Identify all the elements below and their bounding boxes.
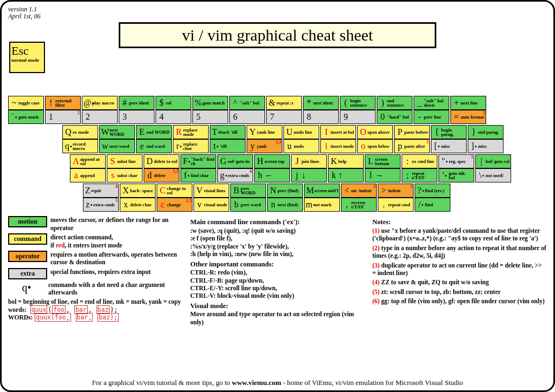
key-`: ~toggle case`goto mark (8, 96, 44, 124)
key-=: +next line=auto format3 (450, 96, 486, 124)
key-q: Qex modeqrecord macro (62, 125, 98, 153)
keyboard-grid: ~toggle case`goto mark!external filter12… (8, 96, 547, 212)
legend-operator: operator (8, 251, 47, 262)
maincmds-h3: Visual mode: (190, 302, 365, 311)
esc-key: Esc normal mode (9, 42, 45, 73)
notes-column: Notes: (1) use "x before a yank/paste/de… (372, 216, 547, 326)
key-0: )end sentence0"hard" bol (377, 96, 412, 124)
maincmds-l1: :w (save), :q (quit), :q! (quit w/o savi… (190, 227, 365, 258)
key-g: Geof/ goto lngextra cmds6 (217, 154, 253, 182)
key-j: Jjoin linesj↓ (291, 154, 327, 182)
commands-column: Main command line commands ('ex'): :w (s… (190, 216, 365, 326)
key-e: Eend WORDeend word (136, 125, 172, 153)
notes-header: Notes: (372, 218, 547, 227)
key-c: Cchange to eolcchange1,3 (157, 184, 192, 212)
bottom-info: motionmoves the cursor, or defines the r… (8, 216, 547, 326)
key-,: <un- indent3,reverse t/T/f/F (341, 184, 377, 212)
key-1: !external filter12 (45, 96, 81, 124)
key-;: :ex cmd line;repeat t/T/f/F (402, 154, 437, 182)
footer-url: www.viemu.com (232, 378, 281, 387)
key-w: Wnext WORDwnext word (99, 125, 135, 153)
key-m: Mscreen mid'lmset mark (304, 184, 340, 212)
legend-extra: extra (8, 268, 47, 279)
key-p: Ppaste beforeppaste after1 (394, 125, 430, 153)
page-title: vi / vim graphical cheat sheet (119, 22, 436, 48)
key-d: Ddelete to eolddelete1,3 (144, 154, 179, 182)
key-o: Oopen aboveoopen below (357, 125, 393, 153)
key-k: Khelpk↑ (328, 154, 364, 182)
date-line: April 1st, 06 (8, 13, 547, 20)
esc-glyph: Esc (11, 44, 43, 58)
legend-column: motionmoves the cursor, or defines the r… (8, 216, 183, 326)
legend-motion: motion (8, 216, 47, 227)
key-2: @play macro2 (82, 96, 118, 124)
version-info: version 1.1 April 1st, 06 (8, 6, 547, 20)
key-': "reg. spec1'goto mk. bol (438, 154, 474, 182)
key-5: %goto match5 (192, 96, 228, 124)
key-x: Xback- spacexdelete char (120, 184, 156, 212)
key-i: Iinsert at boliinsert mode (320, 125, 356, 153)
key-t: Tback 'tillt'till (210, 125, 246, 153)
key-6: ^"soft" bol6 (229, 96, 265, 124)
legend-command: command (8, 233, 47, 245)
version-line: version 1.1 (8, 6, 547, 13)
key-.: >indent3.repeat cmd (378, 184, 414, 212)
key-7: &repeat :s7 (266, 96, 302, 124)
key--: _"soft" bol down-prev line (414, 96, 449, 124)
key-]: }end parag.]misc (468, 125, 504, 153)
maincmds-l2: CTRL-R: redo (vim), CTRL-F/-B: page up/d… (190, 269, 365, 300)
maincmds-h1: Main command line commands ('ex'): (190, 218, 365, 227)
key-8: *next ident8 (303, 96, 339, 124)
key-\: |bol/ goto col\not used! (475, 154, 511, 182)
key-9: (begin sentence9 (340, 96, 376, 124)
key-y: Yyank lineyyank1,3 (247, 125, 282, 153)
maincmds-h2: Other important commands: (190, 260, 365, 269)
key-l: Lscreen bottoml→ (365, 154, 401, 182)
cheat-sheet-page: version 1.1 April 1st, 06 vi / vim graph… (0, 0, 555, 392)
key-/: ?find (rev.)/find (415, 184, 450, 212)
key-[: {begin parag.[misc (431, 125, 467, 153)
key-v: Vvisual linesvvisual mode (193, 184, 229, 212)
maincmds-l3: Move around and type operator to act on … (190, 310, 365, 326)
notes-list: (1) use "x before a yank/paste/del comma… (372, 227, 547, 305)
key-b: Bprev WORDbprev word (230, 184, 266, 212)
key-s: Ssubst linessubst char (107, 154, 143, 182)
key-r: Rreplace moderreplace char (173, 125, 209, 153)
key-h: Hscreen toph← (254, 154, 290, 182)
key-u: Uundo lineuundo (283, 125, 319, 153)
key-f: F"back" find chffind char (180, 154, 216, 182)
key-z: Zquit4zextra cmds5 (83, 184, 119, 212)
esc-label: normal mode (11, 58, 43, 63)
key-3: #prev ident3 (119, 96, 154, 124)
key-n: Nprev (find)nnext (find) (267, 184, 303, 212)
key-4: $eol4 (156, 96, 191, 124)
footer: For a graphical vi/vim tutorial & more t… (2, 378, 553, 387)
key-a: Aappend at eolaappend (70, 154, 106, 182)
